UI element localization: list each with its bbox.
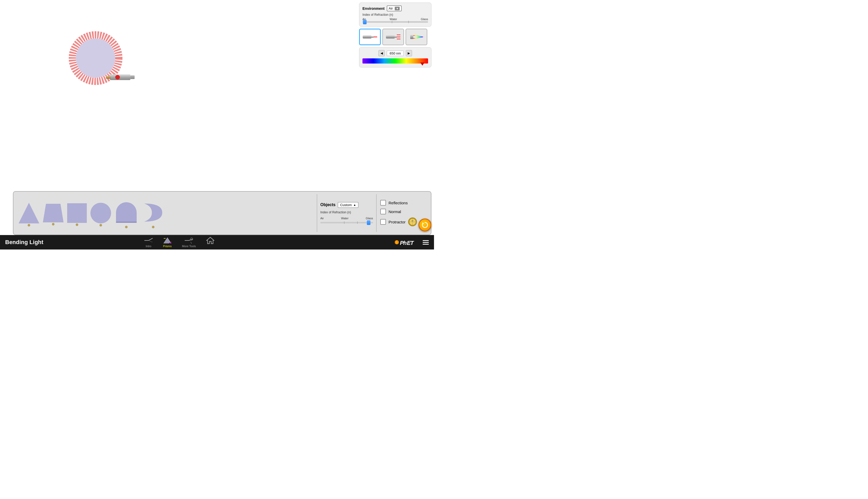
obj-water-tick bbox=[344, 221, 344, 224]
white-light-button[interactable] bbox=[406, 29, 427, 45]
prisms-tab[interactable]: Prisms bbox=[158, 236, 177, 249]
triangle-icon[interactable] bbox=[19, 203, 39, 223]
glass-label: Glass bbox=[421, 17, 428, 21]
wavelength-marker bbox=[420, 62, 425, 65]
prisms-icon bbox=[163, 237, 172, 244]
svg-point-1 bbox=[76, 38, 115, 78]
laser-visual[interactable] bbox=[44, 18, 152, 106]
hamburger-menu[interactable] bbox=[423, 240, 429, 245]
curved-dot bbox=[152, 226, 155, 228]
normal-checkbox-row[interactable]: Normal bbox=[380, 209, 425, 215]
obj-air-label: Air bbox=[320, 217, 324, 220]
protractor-icon: 90° bbox=[408, 218, 417, 226]
rectangle-shape[interactable] bbox=[67, 203, 87, 223]
svg-rect-3 bbox=[131, 75, 135, 79]
rectangle-icon[interactable] bbox=[67, 203, 87, 223]
svg-line-26 bbox=[148, 238, 153, 241]
glass-tick bbox=[408, 21, 409, 23]
reflections-label: Reflections bbox=[389, 201, 408, 205]
bottom-toolbar: Objects Custom ▲ Index of Refraction (n)… bbox=[13, 191, 431, 235]
env-ior-slider-track bbox=[363, 21, 428, 23]
obj-water-label: Water bbox=[341, 217, 349, 220]
obj-ior-slider-track bbox=[320, 222, 373, 223]
water-label: Water bbox=[390, 17, 397, 21]
half-circle-dot bbox=[125, 226, 127, 228]
triangle-dot bbox=[28, 224, 30, 227]
svg-rect-19 bbox=[116, 222, 137, 223]
app-title: Bending Light bbox=[5, 239, 52, 246]
svg-rect-5 bbox=[106, 76, 111, 79]
obj-glass-label: Glass bbox=[366, 217, 373, 220]
single-ray-button[interactable] bbox=[359, 29, 381, 45]
nav-tabs: Intro Prisms bbox=[139, 236, 220, 249]
rectangle-dot bbox=[76, 223, 78, 226]
ior-title: Index of Refraction (n) bbox=[363, 13, 428, 16]
normal-checkbox[interactable] bbox=[380, 209, 386, 215]
svg-marker-36 bbox=[207, 238, 214, 244]
objects-material-value: Custom bbox=[340, 203, 352, 207]
intro-tab-label: Intro bbox=[146, 245, 151, 248]
shape-area bbox=[16, 194, 317, 232]
intro-icon bbox=[144, 237, 153, 244]
reset-button[interactable] bbox=[418, 219, 431, 231]
environment-arrow: ▼ bbox=[395, 7, 400, 10]
svg-rect-14 bbox=[410, 35, 413, 39]
trapezoid-dot bbox=[52, 223, 54, 226]
protractor-label: Protractor bbox=[389, 220, 406, 224]
wavelength-increase-button[interactable]: ▶ bbox=[406, 50, 412, 56]
svg-rect-2 bbox=[110, 74, 131, 80]
top-right-panel: Environment Air ▼ Index of Refraction (n… bbox=[359, 3, 431, 68]
more-tools-tab[interactable]: More Tools bbox=[177, 236, 201, 249]
phet-logo-svg: P h E T bbox=[395, 238, 418, 247]
objects-ior-title: Index of Refraction (n) bbox=[320, 210, 373, 214]
objects-panel: Objects Custom ▲ Index of Refraction (n)… bbox=[317, 194, 377, 232]
wavelength-decrease-button[interactable]: ◀ bbox=[378, 50, 385, 56]
curved-icon[interactable] bbox=[142, 201, 165, 224]
home-tab[interactable] bbox=[201, 236, 220, 249]
curved-shape[interactable] bbox=[142, 201, 165, 225]
reflections-checkbox-row[interactable]: Reflections bbox=[380, 200, 425, 206]
svg-rect-7 bbox=[371, 36, 374, 38]
light-buttons bbox=[359, 29, 431, 45]
svg-rect-10 bbox=[395, 36, 397, 38]
svg-text:90°: 90° bbox=[412, 220, 414, 222]
intro-tab[interactable]: Intro bbox=[139, 236, 158, 249]
more-tools-tab-label: More Tools bbox=[182, 245, 196, 248]
more-tools-icon bbox=[185, 237, 193, 244]
reflections-checkbox[interactable] bbox=[380, 200, 386, 206]
environment-select[interactable]: Air ▼ bbox=[387, 5, 402, 11]
protractor-checkbox-row[interactable]: Protractor 90° bbox=[380, 218, 425, 226]
phet-logo: P h E T bbox=[395, 238, 429, 247]
svg-line-27 bbox=[148, 241, 153, 242]
objects-title: Objects bbox=[320, 203, 335, 207]
trapezoid-icon[interactable] bbox=[43, 204, 63, 222]
wavelength-panel: ◀ 650 nm ▶ bbox=[359, 47, 431, 68]
env-ior-slider-thumb[interactable] bbox=[363, 20, 367, 24]
svg-text:T: T bbox=[410, 240, 414, 246]
trapezoid-shape[interactable] bbox=[43, 204, 63, 222]
nav-bar: Bending Light Intro bbox=[0, 235, 434, 250]
svg-rect-9 bbox=[386, 35, 395, 38]
environment-label: Environment bbox=[363, 7, 385, 11]
prisms-tab-label: Prisms bbox=[163, 245, 172, 248]
svg-point-4 bbox=[115, 75, 120, 80]
protractor-checkbox[interactable] bbox=[380, 219, 386, 225]
svg-text:h: h bbox=[403, 240, 407, 246]
multi-ray-button[interactable] bbox=[382, 29, 404, 45]
svg-rect-18 bbox=[116, 212, 137, 223]
svg-line-35 bbox=[191, 242, 192, 244]
spectrum-bar[interactable] bbox=[363, 58, 428, 63]
obj-ior-slider-thumb[interactable] bbox=[367, 220, 370, 225]
circle-shape[interactable] bbox=[90, 203, 111, 223]
svg-marker-24 bbox=[423, 222, 424, 224]
environment-panel: Environment Air ▼ Index of Refraction (n… bbox=[359, 3, 431, 27]
home-icon bbox=[206, 237, 215, 244]
svg-rect-6 bbox=[363, 35, 371, 38]
circle-dot bbox=[99, 224, 102, 227]
objects-select-arrow: ▲ bbox=[353, 203, 356, 206]
half-circle-icon[interactable] bbox=[115, 201, 138, 224]
circle-icon[interactable] bbox=[90, 203, 111, 223]
objects-material-select[interactable]: Custom ▲ bbox=[338, 202, 359, 208]
triangle-shape[interactable] bbox=[19, 203, 39, 223]
half-circle-shape[interactable] bbox=[115, 201, 138, 225]
